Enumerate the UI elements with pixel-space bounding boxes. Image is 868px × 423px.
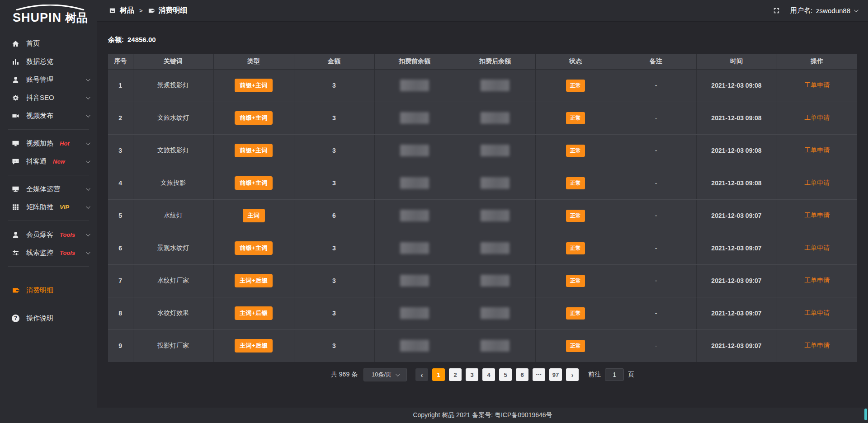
bar-chart-icon [12,58,19,66]
work-order-link[interactable]: 工单申请 [804,309,830,316]
work-order-link[interactable]: 工单申请 [804,212,830,219]
chevron-down-icon [86,95,90,99]
breadcrumb-root[interactable]: 树品 [120,6,134,15]
sidebar-item-video-heat[interactable]: 视频加热 Hot [0,134,97,152]
status-badge: 正常 [566,112,585,124]
cell-keyword: 景观水纹灯 [133,232,213,264]
nav-divider [8,266,89,267]
grid-icon [12,203,19,211]
sliders-icon [12,249,19,257]
cell-index: 2 [108,102,133,134]
work-order-link[interactable]: 工单申请 [804,114,830,121]
redacted-balance-after [481,242,509,254]
cell-index: 1 [108,69,133,102]
work-order-link[interactable]: 工单申请 [804,342,830,349]
sidebar-item-label: 视频加热 [26,139,53,148]
work-order-link[interactable]: 工单申请 [804,277,830,284]
page-button-3[interactable]: 3 [466,368,478,381]
sidebar-item-instructions[interactable]: ? 操作说明 [0,309,97,327]
home-icon [12,40,19,47]
type-badge: 前缀+主词 [235,144,273,157]
redacted-balance-after [481,80,509,91]
scrollbar-thumb[interactable] [864,409,867,420]
status-badge: 正常 [566,210,585,222]
sidebar-item-label: 会员爆客 [26,230,53,239]
sidebar-item-label: 全媒体运营 [26,185,60,193]
redacted-balance-before [400,210,429,221]
cell-time: 2021-12-03 09:07 [696,264,777,297]
sidebar: SHUPIN 树品 首页 数据总览 账号管理 抖音SEO [0,0,97,423]
fullscreen-icon[interactable] [773,7,780,14]
cell-index: 5 [108,199,133,232]
status-badge: 正常 [566,340,585,352]
cell-amount: 3 [294,232,374,264]
table-row: 9 投影灯厂家 主词+后缀 3 正常 - 2021-12-03 09:07 工单… [108,329,857,362]
goto-page-input[interactable] [605,368,624,381]
sidebar-item-label: 数据总览 [26,57,53,66]
page-button-5[interactable]: 5 [499,368,512,381]
monitor-icon [12,185,19,193]
cell-keyword: 文旅投影 [133,167,213,199]
chevron-down-icon [86,186,90,191]
col-header-amount: 金额 [294,54,374,69]
work-order-link[interactable]: 工单申请 [804,244,830,251]
type-badge: 主词+后缀 [235,339,273,352]
cell-keyword: 景观投影灯 [133,69,213,102]
user-menu[interactable]: 用户名: zswodun88 [790,6,857,15]
status-badge: 正常 [566,307,585,320]
username-label: 用户名: [790,6,812,15]
redacted-balance-before [400,307,429,319]
cell-amount: 3 [294,167,374,199]
page-button-4[interactable]: 4 [482,368,495,381]
cell-amount: 6 [294,199,374,232]
col-header-type: 类型 [213,54,294,69]
sidebar-item-home[interactable]: 首页 [0,34,97,52]
page-button-2[interactable]: 2 [449,368,462,381]
sidebar-item-douyin-seo[interactable]: 抖音SEO [0,89,97,107]
sidebar-item-video-publish[interactable]: 视频发布 [0,107,97,125]
sidebar-item-account-mgmt[interactable]: 账号管理 [0,70,97,89]
next-page-button[interactable]: › [566,368,579,381]
sidebar-nav: 首页 数据总览 账号管理 抖音SEO 视频发布 [0,28,97,327]
type-badge: 前缀+主词 [235,79,273,92]
sidebar-item-omnimedia[interactable]: 全媒体运营 [0,180,97,198]
screen-icon [12,140,19,147]
work-order-link[interactable]: 工单申请 [804,81,830,89]
chevron-down-icon [86,141,90,145]
col-header-note: 备注 [616,54,696,69]
redacted-balance-after [481,275,509,287]
nav-divider [8,129,89,130]
sidebar-item-label: 线索监控 [26,249,53,257]
redacted-balance-after [481,307,509,319]
tools-tag: Tools [60,231,75,238]
topbar: 树品 > 消费明细 用户名: zswodun88 [97,0,868,22]
page-size-select[interactable]: 10条/页 [363,368,407,381]
sidebar-item-member-burst[interactable]: 会员爆客 Tools [0,226,97,244]
more-pages-button[interactable]: ••• [533,368,545,381]
page-button-1[interactable]: 1 [432,368,445,381]
cell-time: 2021-12-03 09:08 [696,167,777,199]
work-order-link[interactable]: 工单申请 [804,146,830,154]
sidebar-item-label: 视频发布 [26,112,53,120]
cell-amount: 3 [294,264,374,297]
sidebar-item-doketong[interactable]: 抖客通 New [0,152,97,170]
sidebar-item-matrix-boost[interactable]: 矩阵助推 VIP [0,198,97,216]
sidebar-item-consumption-detail[interactable]: 消费明细 [0,281,97,299]
redacted-balance-after [481,177,509,189]
nav-divider [8,221,89,221]
work-order-link[interactable]: 工单申请 [804,179,830,186]
sidebar-item-lead-monitor[interactable]: 线索监控 Tools [0,244,97,262]
redacted-balance-after [481,145,509,156]
sidebar-item-data-overview[interactable]: 数据总览 [0,52,97,70]
col-header-balance-after: 扣费后余额 [455,54,535,69]
type-badge: 前缀+主词 [235,111,273,125]
logo-text-cn: 树品 [65,10,88,25]
cell-time: 2021-12-03 09:07 [696,232,777,264]
goto-label: 前往 [588,371,601,379]
prev-page-button[interactable]: ‹ [415,368,428,381]
page-button-97[interactable]: 97 [549,368,562,381]
chevron-down-icon [86,113,90,118]
tools-tag: Tools [60,249,75,256]
page-button-6[interactable]: 6 [516,368,528,381]
cell-amount: 3 [294,102,374,134]
